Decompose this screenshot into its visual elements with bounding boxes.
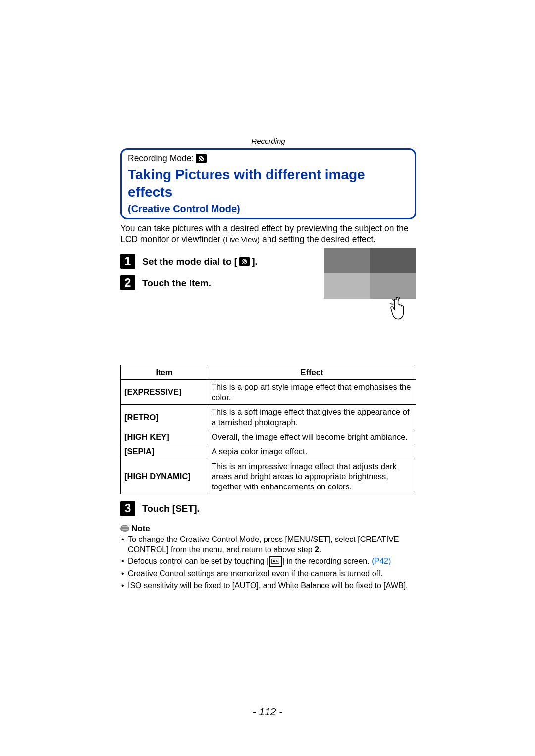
- note-text: ] in the recording screen.: [282, 557, 372, 565]
- creative-control-icon: [239, 257, 250, 266]
- note-item: ISO sensitivity will be fixed to [AUTO],…: [128, 581, 416, 591]
- intro-text: You can take pictures with a desired eff…: [120, 223, 416, 245]
- intro-after: and setting the desired effect.: [260, 234, 375, 244]
- step-number-badge: 3: [120, 501, 135, 516]
- note-text: To change the Creative Control Mode, pre…: [128, 535, 399, 554]
- recording-mode-line: Recording Mode:: [128, 153, 409, 164]
- effect-cell: This is a pop art style image effect tha…: [208, 380, 416, 405]
- step-text: Set the mode dial to [ ].: [142, 256, 258, 268]
- steps-area: 1 Set the mode dial to [ ]. 2 Touch the …: [120, 254, 416, 591]
- item-cell: [HIGH KEY]: [121, 430, 208, 444]
- effect-cell: This is an impressive image effect that …: [208, 459, 416, 494]
- step-text-before: Set the mode dial to [: [142, 256, 237, 268]
- touch-grid: [324, 248, 416, 299]
- step-3: 3 Touch [SET].: [120, 501, 416, 516]
- step-text-after: ].: [252, 256, 258, 268]
- item-cell: [HIGH DYNAMIC]: [121, 459, 208, 494]
- effect-cell: Overall, the image effect will become br…: [208, 430, 416, 444]
- defocus-control-icon: [269, 556, 282, 567]
- step-number-badge: 1: [120, 254, 135, 269]
- col-header-item: Item: [121, 365, 208, 380]
- grid-quadrant: [370, 248, 416, 273]
- page-link[interactable]: (P42): [372, 557, 391, 565]
- note-step-ref: 2: [315, 545, 319, 554]
- effects-table: Item Effect [EXPRESSIVE] This is a pop a…: [120, 365, 416, 494]
- table-row: [HIGH KEY] Overall, the image effect wil…: [121, 430, 416, 444]
- touch-hand-icon: [387, 295, 414, 322]
- live-view-text: (Live View): [223, 235, 260, 244]
- note-header: Note: [120, 523, 416, 534]
- table-row: [SEPIA] A sepia color image effect.: [121, 444, 416, 459]
- touch-illustration: [324, 248, 416, 320]
- recording-mode-label: Recording Mode:: [128, 153, 194, 164]
- effect-cell: This is a soft image effect that gives t…: [208, 405, 416, 430]
- item-cell: [RETRO]: [121, 405, 208, 430]
- note-text: .: [319, 545, 321, 554]
- grid-quadrant: [324, 248, 370, 273]
- col-header-effect: Effect: [208, 365, 416, 380]
- note-label: Note: [131, 523, 150, 534]
- item-cell: [EXPRESSIVE]: [121, 380, 208, 405]
- table-row: [RETRO] This is a soft image effect that…: [121, 405, 416, 430]
- note-item: Defocus control can be set by touching […: [128, 556, 416, 567]
- note-icon: [120, 525, 129, 532]
- table-row: [HIGH DYNAMIC] This is an impressive ima…: [121, 459, 416, 494]
- manual-page: Recording Recording Mode: Taking Picture…: [0, 0, 535, 756]
- page-subtitle: (Creative Control Mode): [128, 203, 409, 215]
- table-row: [EXPRESSIVE] This is a pop art style ima…: [121, 380, 416, 405]
- effect-cell: A sepia color image effect.: [208, 444, 416, 459]
- step-text: Touch the item.: [142, 277, 211, 289]
- step-number-badge: 2: [120, 275, 135, 290]
- svg-point-5: [273, 560, 275, 562]
- note-item: To change the Creative Control Mode, pre…: [128, 535, 416, 555]
- title-box: Recording Mode: Taking Pictures with dif…: [120, 148, 416, 219]
- grid-quadrant: [324, 273, 370, 299]
- note-text: Defocus control can be set by touching [: [128, 557, 269, 565]
- notes-list: To change the Creative Control Mode, pre…: [120, 535, 416, 591]
- step-text: Touch [SET].: [142, 503, 200, 515]
- page-number: - 112 -: [0, 705, 535, 718]
- item-cell: [SEPIA]: [121, 444, 208, 459]
- creative-control-icon: [196, 154, 207, 163]
- note-item: Creative Control settings are memorized …: [128, 569, 416, 579]
- section-header: Recording: [120, 137, 416, 146]
- page-title: Taking Pictures with different image eff…: [128, 166, 409, 201]
